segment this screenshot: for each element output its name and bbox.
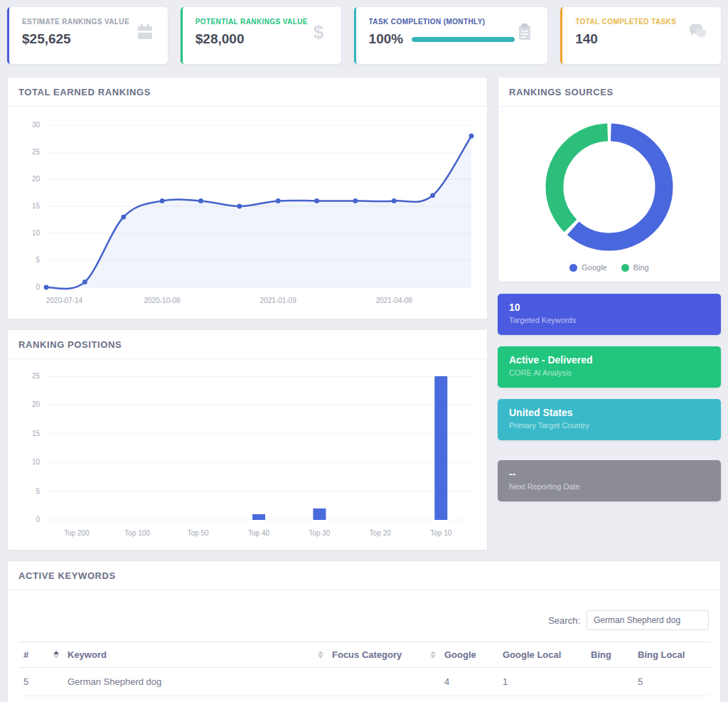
- dashboard: ESTIMATE RANKINGS VALUE $25,625 POTENTIA…: [0, 0, 728, 702]
- svg-text:2020-07-14: 2020-07-14: [46, 297, 83, 304]
- info-card-subtitle: CORE AI Analysis: [509, 368, 710, 377]
- svg-text:15: 15: [32, 430, 41, 437]
- column-header-google[interactable]: Google: [440, 642, 498, 668]
- calendar-icon: [135, 22, 155, 45]
- bar-chart: 0510152025Top 200Top 100Top 50Top 40Top …: [14, 366, 480, 543]
- cell-keyword: German shepherd dog breeds: [63, 696, 328, 702]
- info-card-subtitle: Next Reporting Date: [509, 482, 710, 491]
- cell-num: 6: [19, 696, 63, 702]
- search-input[interactable]: [587, 610, 709, 630]
- total-earned-rankings-panel: TOTAL EARNED RANKINGS 0510152025302020-0…: [7, 77, 488, 319]
- cell-focus-category: [328, 668, 440, 696]
- right-column: RANKINGS SOURCES Google: [498, 77, 721, 501]
- svg-text:Top 40: Top 40: [248, 529, 269, 537]
- legend-item-google[interactable]: Google: [569, 263, 606, 272]
- stat-value: $28,000: [196, 31, 309, 47]
- donut-chart: [545, 122, 674, 252]
- table-row[interactable]: 6 German shepherd dog breeds 1: [19, 696, 710, 702]
- svg-text:Top 30: Top 30: [309, 529, 330, 537]
- svg-text:2021-01-09: 2021-01-09: [260, 297, 297, 304]
- table-row[interactable]: 5 German Shepherd dog 4 1 5: [19, 668, 710, 696]
- info-card-title: United States: [509, 407, 710, 418]
- svg-text:10: 10: [32, 229, 41, 237]
- left-column: TOTAL EARNED RANKINGS 0510152025302020-0…: [7, 77, 488, 551]
- stat-value: 100%: [369, 31, 404, 47]
- info-card-subtitle: Primary Target Country: [509, 421, 710, 430]
- panel-title: ACTIVE KEYWORDS: [18, 570, 116, 581]
- task-progress-bar: [412, 37, 515, 42]
- svg-text:25: 25: [32, 372, 41, 380]
- info-card-title: 10: [509, 302, 710, 313]
- line-chart: 0510152025302020-07-142020-10-082021-01-…: [14, 114, 480, 312]
- svg-text:2021-04-08: 2021-04-08: [376, 297, 413, 304]
- column-header-focus-category[interactable]: Focus Category: [328, 642, 440, 668]
- cell-google: [440, 696, 498, 702]
- stat-value: 140: [575, 31, 687, 47]
- panel-header: RANKINGS SOURCES: [498, 78, 720, 107]
- svg-text:Top 50: Top 50: [188, 529, 209, 537]
- stat-label: TOTAL COMPLETED TASKS: [575, 18, 687, 26]
- stat-label: POTENTIAL RANKINGS VALUE: [196, 18, 309, 26]
- sort-icon: [430, 651, 436, 659]
- stat-value: $25,625: [22, 31, 135, 47]
- svg-text:Top 100: Top 100: [124, 529, 150, 537]
- info-card-next-reporting-date: -- Next Reporting Date: [498, 460, 721, 501]
- svg-text:30: 30: [32, 121, 41, 129]
- svg-text:$: $: [313, 22, 323, 42]
- legend-item-bing[interactable]: Bing: [621, 263, 649, 272]
- active-keywords-panel: ACTIVE KEYWORDS Search: # Keyword Focus …: [7, 560, 721, 702]
- legend-label: Bing: [633, 263, 649, 272]
- table-header-row: # Keyword Focus Category Google Google L…: [19, 642, 710, 668]
- panel-title: TOTAL EARNED RANKINGS: [18, 87, 151, 97]
- svg-text:Top 200: Top 200: [64, 529, 90, 537]
- panel-header: ACTIVE KEYWORDS: [8, 561, 720, 590]
- svg-text:0: 0: [36, 516, 40, 523]
- cell-num: 5: [19, 668, 63, 696]
- info-card-targeted-keywords: 10 Targeted Keywords: [498, 294, 721, 335]
- legend-label: Google: [582, 263, 606, 272]
- panel-title: RANKING POSITIONS: [18, 339, 122, 350]
- panel-title: RANKINGS SOURCES: [509, 87, 614, 97]
- bing-legend-dot: [621, 264, 629, 272]
- keywords-table: # Keyword Focus Category Google Google L…: [19, 642, 710, 702]
- info-card-title: --: [509, 468, 710, 479]
- column-header-keyword[interactable]: Keyword: [63, 642, 328, 668]
- cell-bing-local: [633, 696, 710, 702]
- svg-text:20: 20: [32, 175, 41, 183]
- column-header-num[interactable]: #: [19, 642, 63, 668]
- clipboard-icon: [515, 22, 535, 45]
- info-card-subtitle: Targeted Keywords: [509, 316, 710, 324]
- column-header-google-local[interactable]: Google Local: [498, 642, 587, 668]
- cell-google: 4: [440, 668, 498, 696]
- cell-bing: [587, 696, 633, 702]
- panel-header: RANKING POSITIONS: [8, 330, 487, 359]
- cell-google-local: 1: [498, 668, 587, 696]
- svg-text:25: 25: [32, 148, 41, 156]
- stat-card-estimate-rankings-value: ESTIMATE RANKINGS VALUE $25,625: [7, 7, 168, 64]
- stat-card-potential-rankings-value: POTENTIAL RANKINGS VALUE $28,000 $: [181, 7, 341, 64]
- dollar-icon: $: [309, 22, 328, 45]
- stat-card-task-completion: TASK COMPLETION (MONTHLY) 100%: [354, 7, 548, 64]
- cell-keyword: German Shepherd dog: [63, 668, 328, 696]
- svg-text:20: 20: [32, 400, 41, 408]
- search-label: Search:: [548, 615, 580, 626]
- stat-cards-row: ESTIMATE RANKINGS VALUE $25,625 POTENTIA…: [7, 7, 721, 64]
- svg-text:Top 10: Top 10: [430, 529, 451, 537]
- chat-icon: [687, 22, 708, 45]
- svg-text:5: 5: [36, 487, 40, 495]
- svg-text:15: 15: [32, 202, 41, 210]
- google-legend-dot: [569, 264, 577, 272]
- table-search-row: Search:: [19, 610, 709, 630]
- rankings-sources-panel: RANKINGS SOURCES Google: [498, 77, 721, 282]
- column-header-bing-local[interactable]: Bing Local: [633, 642, 710, 668]
- svg-text:10: 10: [32, 458, 41, 466]
- column-header-bing[interactable]: Bing: [587, 642, 633, 668]
- cell-google-local: 1: [498, 696, 587, 702]
- svg-text:0: 0: [36, 283, 40, 291]
- stat-card-total-completed-tasks: TOTAL COMPLETED TASKS 140: [560, 7, 721, 64]
- stat-label: TASK COMPLETION (MONTHLY): [369, 18, 515, 26]
- task-progress-track: [412, 37, 515, 42]
- panel-header: TOTAL EARNED RANKINGS: [8, 78, 487, 107]
- sort-icon: [318, 651, 323, 659]
- svg-text:Top 20: Top 20: [370, 529, 391, 537]
